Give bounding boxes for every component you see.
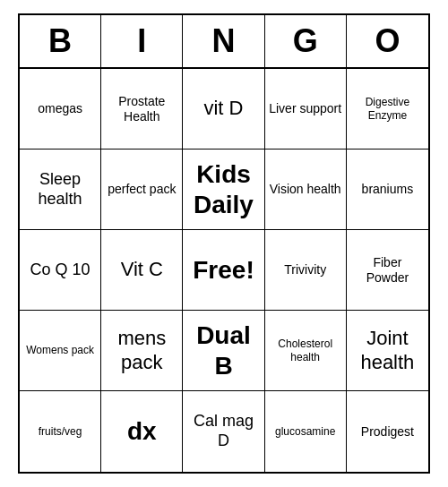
bingo-cell-17: Dual B xyxy=(183,311,264,391)
header-letter-b: B xyxy=(20,15,101,67)
bingo-cell-3: Liver support xyxy=(265,69,347,150)
bingo-card: BINGO omegasProstate Healthvit DLiver su… xyxy=(18,13,430,474)
bingo-cell-13: Trivivity xyxy=(265,230,347,311)
header-letter-g: G xyxy=(265,15,347,67)
bingo-cell-10: Co Q 10 xyxy=(20,230,101,311)
header-letter-o: O xyxy=(347,15,428,67)
bingo-cell-4: Digestive Enzyme xyxy=(347,69,428,150)
bingo-cell-16: mens pack xyxy=(101,311,183,391)
bingo-cell-15: Womens pack xyxy=(20,311,101,391)
bingo-cell-20: fruits/veg xyxy=(20,391,101,472)
bingo-cell-19: Joint health xyxy=(347,311,428,391)
bingo-cell-1: Prostate Health xyxy=(101,69,183,150)
bingo-cell-7: Kids Daily xyxy=(183,150,264,230)
header-letter-i: I xyxy=(101,15,183,67)
bingo-cell-23: glucosamine xyxy=(265,391,347,472)
bingo-cell-21: dx xyxy=(101,391,183,472)
bingo-cell-8: Vision health xyxy=(265,150,347,230)
bingo-cell-2: vit D xyxy=(183,69,264,150)
bingo-cell-11: Vit C xyxy=(101,230,183,311)
bingo-cell-24: Prodigest xyxy=(347,391,428,472)
bingo-cell-22: Cal mag D xyxy=(183,391,264,472)
bingo-cell-14: Fiber Powder xyxy=(347,230,428,311)
bingo-cell-12: Free! xyxy=(183,230,264,311)
bingo-grid: omegasProstate Healthvit DLiver supportD… xyxy=(20,69,428,472)
bingo-header: BINGO xyxy=(20,15,428,69)
bingo-cell-18: Cholesterol health xyxy=(265,311,347,391)
bingo-cell-5: Sleep health xyxy=(20,150,101,230)
bingo-cell-9: braniums xyxy=(347,150,428,230)
bingo-cell-0: omegas xyxy=(20,69,101,150)
header-letter-n: N xyxy=(183,15,264,67)
bingo-cell-6: perfect pack xyxy=(101,150,183,230)
